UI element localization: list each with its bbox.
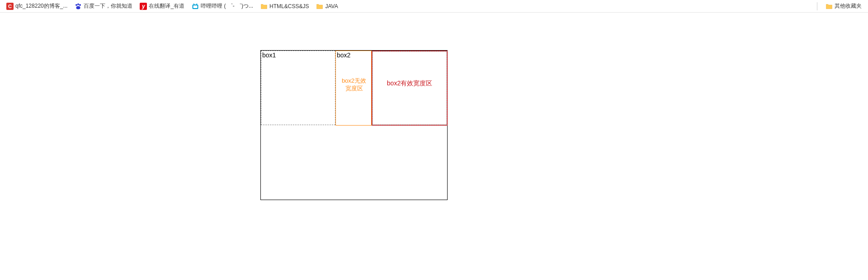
bookmark-label: 哔哩哔哩 ( ゜- ゜)つ... xyxy=(201,2,253,10)
box1: box1 xyxy=(261,51,335,125)
bookmarks-right: 其他收藏夹 xyxy=(814,1,864,11)
dashed-border xyxy=(372,51,447,125)
page-content: box1 box2 box2无效 宽度区 box2有效宽度区 xyxy=(0,13,868,280)
bookmark-baidu[interactable]: 百度一下，你就知道 xyxy=(72,1,135,11)
box1-label: box1 xyxy=(261,51,335,59)
bookmark-folder-htmlcssjs[interactable]: HTML&CSS&JS xyxy=(258,1,311,11)
bookmarks-bar: C qfc_128220的博客_... 百度一下，你就知道 y 在线翻译_有道 … xyxy=(0,0,868,13)
svg-line-7 xyxy=(196,4,197,5)
svg-point-3 xyxy=(76,6,80,9)
bilibili-icon xyxy=(192,3,199,10)
divider xyxy=(817,2,817,10)
bookmark-label: JAVA xyxy=(325,3,338,9)
bookmark-youdao[interactable]: y 在线翻译_有道 xyxy=(137,1,187,11)
box2-label: box2 xyxy=(336,51,371,59)
bookmarks-left: C qfc_128220的博客_... 百度一下，你就知道 y 在线翻译_有道 … xyxy=(4,1,341,11)
text-line: box2无效 xyxy=(342,77,366,84)
bookmark-other-folder[interactable]: 其他收藏夹 xyxy=(823,1,864,11)
bookmark-label: 其他收藏夹 xyxy=(835,2,862,10)
box2-invalid-text: box2无效 宽度区 xyxy=(336,77,372,92)
baidu-icon xyxy=(75,3,82,10)
youdao-icon: y xyxy=(140,3,147,10)
folder-icon xyxy=(260,3,268,10)
svg-rect-5 xyxy=(193,5,198,8)
box2: box2 box2无效 宽度区 box2有效宽度区 xyxy=(335,51,448,126)
bookmark-label: HTML&CSS&JS xyxy=(269,3,309,9)
folder-icon xyxy=(316,3,323,10)
bookmark-label: qfc_128220的博客_... xyxy=(15,2,67,10)
outer-box: box1 box2 box2无效 宽度区 box2有效宽度区 xyxy=(260,50,448,200)
bookmark-folder-java[interactable]: JAVA xyxy=(313,1,340,11)
text-line: 宽度区 xyxy=(345,85,363,92)
svg-point-1 xyxy=(77,3,79,5)
folder-icon xyxy=(826,3,833,10)
bookmark-label: 在线翻译_有道 xyxy=(149,2,184,10)
box2-valid-width-area: box2有效宽度区 xyxy=(372,51,448,126)
bookmark-bilibili[interactable]: 哔哩哔哩 ( ゜- ゜)つ... xyxy=(189,1,256,11)
box2-invalid-width-area: box2 box2无效 宽度区 xyxy=(335,51,372,126)
bookmark-label: 百度一下，你就知道 xyxy=(84,2,132,10)
svg-point-2 xyxy=(79,4,81,6)
csdn-icon: C xyxy=(6,3,14,10)
svg-line-6 xyxy=(193,4,194,5)
box2-valid-text: box2有效宽度区 xyxy=(372,79,448,88)
svg-point-0 xyxy=(75,4,77,6)
bookmark-csdn[interactable]: C qfc_128220的博客_... xyxy=(4,1,70,11)
